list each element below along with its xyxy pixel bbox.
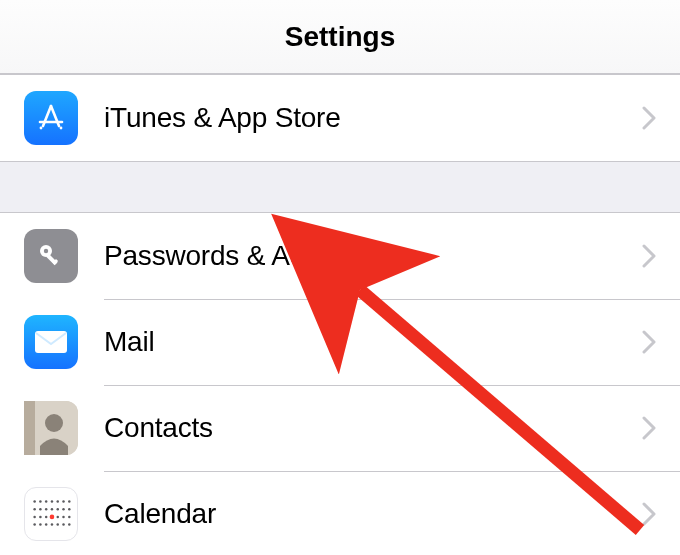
row-contacts[interactable]: Contacts	[0, 385, 680, 471]
row-label: Passwords & Accounts	[104, 240, 642, 272]
svg-rect-12	[24, 401, 35, 455]
svg-point-13	[45, 414, 63, 432]
svg-point-24	[45, 508, 48, 511]
svg-point-20	[62, 500, 65, 503]
row-label: iTunes & App Store	[104, 102, 642, 134]
chevron-right-icon	[642, 106, 656, 130]
svg-point-22	[33, 508, 36, 511]
svg-rect-14	[26, 489, 76, 539]
svg-point-17	[45, 500, 48, 503]
page-title: Settings	[285, 21, 395, 53]
chevron-right-icon	[642, 244, 656, 268]
row-label: Calendar	[104, 498, 642, 530]
svg-point-38	[51, 523, 54, 526]
svg-point-40	[62, 523, 65, 526]
header: Settings	[0, 0, 680, 74]
row-passwords-accounts[interactable]: Passwords & Accounts	[0, 213, 680, 299]
svg-point-42	[50, 515, 55, 520]
svg-point-34	[68, 516, 71, 519]
svg-point-23	[39, 508, 42, 511]
svg-point-41	[68, 523, 71, 526]
svg-point-32	[56, 516, 59, 519]
svg-point-31	[45, 516, 48, 519]
chevron-right-icon	[642, 330, 656, 354]
key-icon	[24, 229, 78, 283]
svg-point-26	[56, 508, 59, 511]
calendar-icon	[24, 487, 78, 541]
mail-icon	[24, 315, 78, 369]
svg-point-30	[39, 516, 42, 519]
svg-point-29	[33, 516, 36, 519]
svg-point-16	[39, 500, 42, 503]
row-label: Contacts	[104, 412, 642, 444]
svg-point-35	[33, 523, 36, 526]
row-itunes-app-store[interactable]: iTunes & App Store	[0, 75, 680, 161]
svg-point-3	[40, 127, 43, 130]
appstore-icon	[24, 91, 78, 145]
chevron-right-icon	[642, 416, 656, 440]
svg-point-21	[68, 500, 71, 503]
svg-rect-9	[35, 331, 67, 353]
svg-point-39	[56, 523, 59, 526]
svg-point-6	[44, 249, 48, 253]
svg-point-25	[51, 508, 54, 511]
row-label: Mail	[104, 326, 642, 358]
svg-point-37	[45, 523, 48, 526]
svg-point-18	[51, 500, 54, 503]
settings-group-1: iTunes & App Store	[0, 74, 680, 162]
section-gap	[0, 162, 680, 212]
svg-point-36	[39, 523, 42, 526]
settings-group-2: Passwords & Accounts Mail	[0, 212, 680, 555]
svg-point-28	[68, 508, 71, 511]
svg-point-27	[62, 508, 65, 511]
row-calendar[interactable]: Calendar	[0, 471, 680, 555]
svg-point-4	[60, 127, 63, 130]
svg-point-33	[62, 516, 65, 519]
contacts-icon	[24, 401, 78, 455]
row-mail[interactable]: Mail	[0, 299, 680, 385]
chevron-right-icon	[642, 502, 656, 526]
svg-point-19	[56, 500, 59, 503]
svg-point-15	[33, 500, 36, 503]
